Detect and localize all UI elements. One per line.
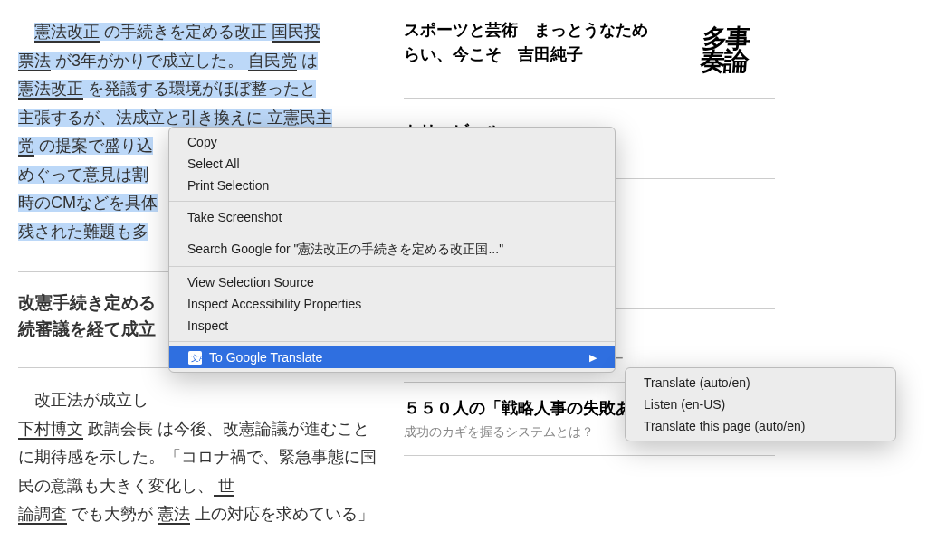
context-menu-item-take-screenshot[interactable]: Take Screenshot: [169, 206, 615, 228]
article-link-kenpou-3[interactable]: 憲法: [158, 505, 190, 523]
article-link-kenpou-2[interactable]: 憲法改正: [18, 80, 83, 98]
context-menu-item-view-selection-source[interactable]: View Selection Source: [169, 271, 615, 293]
svg-text:文A: 文A: [190, 354, 201, 363]
context-menu-item-inspect-accessibility[interactable]: Inspect Accessibility Properties: [169, 293, 615, 315]
article-link-kenpou[interactable]: 憲法改正: [34, 23, 100, 41]
context-menu-separator: [169, 341, 615, 342]
article-text: が3年がかりで成立した。: [51, 52, 244, 70]
article-text: でも大勢が: [67, 505, 158, 523]
article-text: めぐって意見は割: [18, 166, 148, 184]
submenu-arrow-icon: ▶: [589, 352, 597, 364]
context-menu-separator: [169, 201, 615, 202]
context-menu-item-search-google[interactable]: Search Google for "憲法改正の手続きを定める改正国...": [169, 238, 615, 261]
context-menu-item-select-all[interactable]: Select All: [169, 153, 615, 175]
context-menu-separator: [169, 266, 615, 267]
article-text: 残された難題も多: [18, 223, 148, 241]
context-submenu-item-translate-page[interactable]: Translate this page (auto/en): [626, 415, 895, 437]
translate-icon: 文A: [187, 350, 202, 365]
article-text: を発議する環境がほぼ整ったと: [83, 80, 316, 98]
article-link-shimomura[interactable]: 下村博文: [18, 420, 83, 438]
article-text: の手続きを定める改正: [100, 23, 272, 41]
article-text: 改正法が成立し: [34, 391, 148, 409]
article-text: の提案で盛り込: [34, 137, 153, 155]
sidebar-feature-thumbnail: 多事 奏論: [674, 18, 778, 81]
context-menu: Copy Select All Print Selection Take Scr…: [168, 127, 616, 373]
context-menu-item-google-translate[interactable]: 文A To Google Translate ▶: [169, 346, 615, 368]
context-menu-item-inspect[interactable]: Inspect: [169, 315, 615, 337]
sidebar-feature-title: スポーツと芸術 まっとうなためらい、今こそ 吉田純子: [404, 18, 657, 81]
article-text: は: [297, 52, 318, 70]
sidebar-feature[interactable]: スポーツと芸術 まっとうなためらい、今こそ 吉田純子 多事 奏論: [404, 18, 775, 99]
context-submenu: Translate (auto/en) Listen (en-US) Trans…: [625, 367, 896, 441]
article-paragraph-2[interactable]: 改正法が成立し 下村博文 政調会長 は今後、改憲論議が進むことに期待感を示した。…: [18, 386, 380, 529]
article-link-seron-2[interactable]: 論調査: [18, 505, 67, 523]
article-link-rikken[interactable]: 立憲民主: [267, 109, 332, 127]
context-submenu-item-translate[interactable]: Translate (auto/en): [626, 372, 895, 394]
context-menu-item-print-selection[interactable]: Print Selection: [169, 175, 615, 196]
context-menu-item-label: To Google Translate: [209, 350, 322, 365]
article-text: 時のCMなどを具体: [18, 194, 158, 212]
article-link-jimin[interactable]: 自民党: [248, 52, 297, 70]
article-text: 主張するが、法成立と引き換えに: [18, 109, 267, 127]
article-link-seron[interactable]: 世: [214, 477, 234, 495]
article-link-rikken-2[interactable]: 党: [18, 137, 34, 155]
article-link-kokumin-2[interactable]: 票法: [18, 52, 51, 70]
article-link-kokumin[interactable]: 国民投: [272, 23, 320, 41]
context-submenu-item-listen[interactable]: Listen (en-US): [626, 394, 895, 415]
context-menu-separator: [169, 233, 615, 233]
article-text: 上の対応を求めている」: [190, 505, 374, 523]
context-menu-item-copy[interactable]: Copy: [169, 131, 615, 153]
